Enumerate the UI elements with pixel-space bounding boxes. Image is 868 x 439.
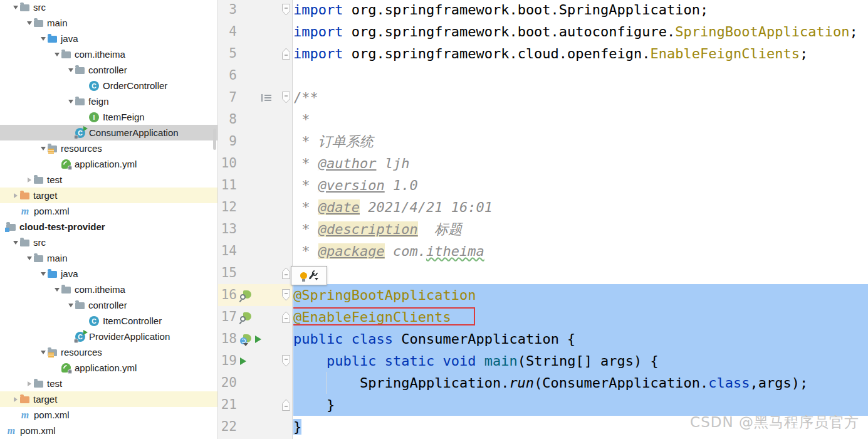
gutter-row-12[interactable]: 12 [218,196,292,218]
gutter-row-5[interactable]: 5 [218,43,292,65]
gutter-row-13[interactable]: 13 [218,218,292,240]
tree-item-consumerapplication[interactable]: CConsumerApplication [0,125,217,140]
tree-item-com-itheima[interactable]: com.itheima [0,46,217,62]
tree-item-ordercontroller[interactable]: COrderController [0,78,217,93]
gutter-row-14[interactable]: 14 [218,240,292,262]
tree-item-resources[interactable]: resources [0,140,217,156]
tree-item-main[interactable]: main [0,15,217,31]
code-line-18[interactable]: public class ConsumerApplication { [293,328,868,350]
tree-item-main[interactable]: main [0,250,217,266]
code-line-10[interactable]: * @author ljh [293,152,868,174]
spring-boot-restart-icon[interactable] [240,334,251,344]
chevron-expanded-icon[interactable] [38,37,48,41]
gutter-row-9[interactable]: 9 [218,130,292,152]
tree-item-target[interactable]: target [0,391,217,407]
code-line-6[interactable] [293,65,868,87]
line-number[interactable]: 11 [218,174,237,196]
line-number[interactable]: 18 [218,328,237,350]
tree-item-test[interactable]: test [0,376,217,391]
gutter-row-3[interactable]: 3 [218,0,292,21]
gutter-row-15[interactable]: 15 [218,262,292,284]
tree-item-src[interactable]: src [0,0,217,15]
line-number[interactable]: 12 [218,196,237,218]
tree-scrollbar-thumb[interactable] [213,129,216,150]
tree-item-test[interactable]: test [0,172,217,188]
code-line-12[interactable]: * @date 2021/4/21 16:01 [293,196,868,218]
chevron-collapsed-icon[interactable] [24,177,34,182]
gutter-row-19[interactable]: 19 [218,350,292,372]
chevron-expanded-icon[interactable] [66,68,75,72]
line-number[interactable]: 5 [218,43,237,65]
line-number[interactable]: 10 [218,152,237,174]
chevron-expanded-icon[interactable] [66,304,75,307]
fold-marker[interactable] [280,43,292,65]
spring-bean-navigate-icon[interactable] [240,290,251,300]
run-button[interactable] [255,336,261,343]
tree-item-java[interactable]: java [0,266,217,282]
code-line-20[interactable]: SpringApplication.run(ConsumerApplicatio… [293,372,868,394]
gutter-row-10[interactable]: 10 [218,152,292,174]
spring-bean-navigate-icon[interactable] [240,312,251,322]
fold-marker[interactable] [280,262,292,284]
tree-item-controller[interactable]: controller [0,297,217,313]
code-line-8[interactable]: * [293,108,868,130]
run-button[interactable] [240,357,246,365]
code-line-15[interactable]: */ [293,262,868,284]
chevron-expanded-icon[interactable] [24,21,34,25]
code-line-9[interactable]: * 订单系统 [293,130,868,152]
fold-marker[interactable] [280,350,292,372]
gutter-row-17[interactable]: 17 [218,306,292,328]
tree-item-controller[interactable]: controller [0,62,217,78]
tree-item-providerapplication[interactable]: CProviderApplication [0,329,217,344]
tree-item-resources[interactable]: resources [0,344,217,360]
chevron-expanded-icon[interactable] [66,100,75,103]
tree-item-cloud-test-provider[interactable]: cloud-test-provider [0,219,217,235]
line-number[interactable]: 15 [218,262,237,284]
code-line-13[interactable]: * @description 标题 [293,218,868,240]
line-number[interactable]: 14 [218,240,237,262]
line-number[interactable]: 7 [218,87,237,108]
tree-item-src[interactable]: src [0,235,217,250]
tree-item-feign[interactable]: feign [0,93,217,109]
chevron-expanded-icon[interactable] [24,257,34,260]
chevron-collapsed-icon[interactable] [11,397,20,402]
chevron-collapsed-icon[interactable] [24,381,34,386]
code-line-11[interactable]: * @version 1.0 [293,174,868,196]
code-line-5[interactable]: import org.springframework.cloud.openfei… [293,43,868,65]
gutter-row-21[interactable]: 21 [218,394,292,416]
code-line-19[interactable]: public static void main(String[] args) { [293,350,868,372]
gutter-row-6[interactable]: 6 [218,65,292,87]
code-line-3[interactable]: import org.springframework.boot.SpringAp… [293,0,868,21]
line-number[interactable]: 8 [218,108,237,130]
gutter-row-7[interactable]: 7 [218,87,292,108]
gutter-row-4[interactable]: 4 [218,21,292,43]
gutter-row-20[interactable]: 20 [218,372,292,394]
tree-item-application-yml[interactable]: application.yml [0,360,217,376]
chevron-expanded-icon[interactable] [38,147,48,151]
tree-item-com-itheima[interactable]: com.itheima [0,282,217,297]
code-line-16[interactable]: @SpringBootApplication [293,284,868,306]
fold-marker[interactable] [280,394,292,416]
tree-item-java[interactable]: java [0,31,217,46]
code-line-17[interactable]: @EnableFeignClients [293,306,868,328]
gutter-row-18[interactable]: 18 [218,328,292,350]
line-number[interactable]: 17 [218,306,237,328]
gutter-row-11[interactable]: 11 [218,174,292,196]
line-number[interactable]: 4 [218,21,237,43]
tree-item-target[interactable]: target [0,188,217,203]
chevron-expanded-icon[interactable] [52,53,61,56]
line-number[interactable]: 21 [218,394,237,416]
chevron-expanded-icon[interactable] [11,6,20,9]
line-number[interactable]: 16 [218,284,237,306]
tree-item-itemcontroller[interactable]: CItemController [0,313,217,329]
fold-marker[interactable] [280,0,292,21]
tree-item-pom-xml[interactable]: mpom.xml [0,407,217,423]
tree-item-application-yml[interactable]: application.yml [0,156,217,172]
fold-marker[interactable] [280,306,292,328]
line-number[interactable]: 6 [218,65,237,87]
gutter-row-16[interactable]: 16 [218,284,292,306]
fold-marker[interactable] [280,284,292,306]
tree-item-pom-xml[interactable]: mpom.xml [0,423,217,438]
gutter-row-8[interactable]: 8 [218,108,292,130]
intention-action-popup[interactable] [291,266,327,285]
